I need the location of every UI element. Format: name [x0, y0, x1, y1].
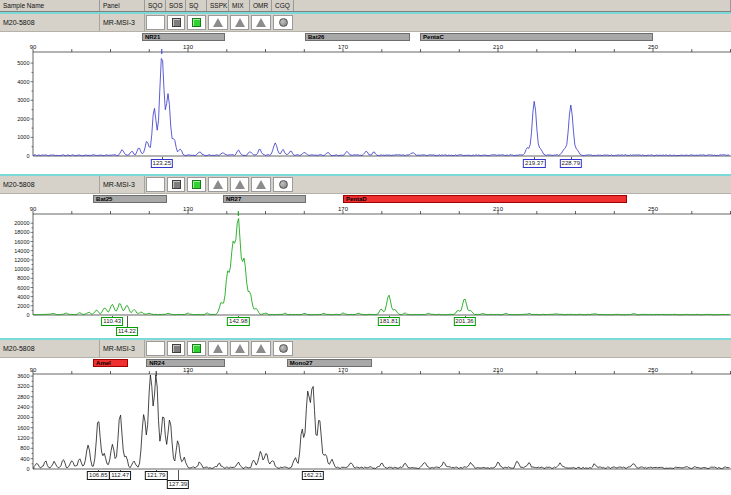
sos-flag-cell[interactable]	[167, 177, 185, 192]
x-tick-label: 250	[648, 44, 659, 50]
y-tick-label: 2000	[17, 116, 29, 122]
omr-flag-cell[interactable]	[251, 15, 271, 30]
sspk-triangle-icon	[213, 180, 223, 189]
sspk-flag-cell[interactable]	[208, 341, 228, 356]
channel-block-blue: M20-5808 MR-MSI-3 9013017021025001000200…	[0, 12, 731, 174]
marker-bar-mono27[interactable]: Mono27	[287, 359, 372, 367]
y-tick-label: 2400	[17, 404, 29, 410]
axis-frame	[33, 211, 731, 315]
y-tick-label: 0	[26, 312, 29, 318]
y-axis-ticks	[31, 63, 34, 147]
peak-size-label[interactable]: 181.81	[378, 317, 400, 326]
peak-size-label[interactable]: 201.36	[453, 317, 475, 326]
marker-bar-nr27[interactable]: NR27	[223, 195, 306, 203]
fragment-analysis-window: Sample Name Panel SQO SOS SQ SSPK MIX OM…	[0, 0, 731, 495]
sample-name-cell[interactable]: M20-5808	[0, 340, 100, 357]
peak-size-label[interactable]: 219.37	[523, 159, 545, 168]
sq-flag-cell[interactable]	[187, 341, 206, 356]
channel-block-black: M20-5808 MR-MSI-3 9013017021025004008001…	[0, 338, 731, 495]
peak-size-label[interactable]: 123.25	[151, 159, 173, 168]
sq-green-square-icon	[192, 180, 201, 189]
y-axis-ticks	[31, 376, 34, 464]
column-header-sample-name[interactable]: Sample Name	[0, 0, 100, 11]
cgq-circle-icon	[279, 18, 288, 27]
peak-size-label[interactable]: 228.79	[560, 159, 582, 168]
trace-canvas: 90130170210250010002000300040005000	[0, 32, 731, 174]
x-tick-label: 210	[493, 206, 504, 212]
electropherogram-blue[interactable]: 90130170210250010002000300040005000NR21B…	[0, 32, 731, 174]
y-tick-label: 0	[26, 466, 29, 472]
y-tick-label: 400	[20, 456, 29, 462]
peak-size-label[interactable]: 110.43	[101, 317, 123, 326]
y-tick-label: 6000	[17, 285, 29, 291]
mix-flag-cell[interactable]	[230, 15, 249, 30]
marker-bar-pentad[interactable]: PentaD	[343, 195, 627, 203]
column-header-sspk[interactable]: SSPK	[207, 0, 229, 11]
x-tick-label: 170	[338, 206, 349, 212]
mix-flag-cell[interactable]	[230, 177, 249, 192]
marker-bar-pentac[interactable]: PentaC	[420, 33, 653, 41]
sample-row[interactable]: M20-5808 MR-MSI-3	[0, 14, 731, 32]
trace-path	[34, 375, 730, 469]
peak-size-label[interactable]: 142.98	[227, 317, 249, 326]
electropherogram-green[interactable]: 9013017021025002000400060008000100001200…	[0, 194, 731, 338]
omr-triangle-icon	[256, 344, 266, 353]
sspk-flag-cell[interactable]	[208, 15, 228, 30]
marker-bar-nr21[interactable]: NR21	[142, 33, 225, 41]
sample-name-cell[interactable]: M20-5808	[0, 176, 100, 193]
column-header-sqo[interactable]: SQO	[145, 0, 166, 11]
omr-flag-cell[interactable]	[251, 341, 271, 356]
sos-flag-cell[interactable]	[167, 15, 185, 30]
sos-flag-cell[interactable]	[167, 341, 185, 356]
cgq-flag-cell[interactable]	[273, 15, 293, 30]
sample-name-cell[interactable]: M20-5808	[0, 14, 100, 31]
marker-bar-nr24[interactable]: NR24	[146, 359, 225, 367]
marker-bar-bat26[interactable]: Bat26	[305, 33, 410, 41]
panel-name-cell[interactable]: MR-MSI-3	[100, 340, 145, 357]
axis-frame	[33, 371, 731, 469]
omr-triangle-icon	[256, 18, 266, 27]
x-tick-label: 250	[648, 367, 659, 373]
column-header-sq[interactable]: SQ	[186, 0, 207, 11]
marker-bar-bat25[interactable]: Bat25	[93, 195, 167, 203]
cgq-flag-cell[interactable]	[273, 341, 293, 356]
column-header-panel[interactable]: Panel	[100, 0, 145, 11]
panel-name-cell[interactable]: MR-MSI-3	[100, 176, 145, 193]
sq-flag-cell[interactable]	[187, 177, 206, 192]
sq-flag-cell[interactable]	[187, 15, 206, 30]
peak-size-label[interactable]: 114.22	[116, 327, 138, 336]
marker-bar-amel[interactable]: Amel	[93, 359, 128, 367]
x-tick-label: 90	[30, 44, 37, 50]
column-header-cgq[interactable]: CGQ	[272, 0, 294, 11]
sqo-flag-cell	[146, 15, 165, 30]
x-tick-label: 90	[30, 206, 37, 212]
peak-size-label[interactable]: 112.47	[109, 471, 131, 480]
peak-size-label[interactable]: 106.85	[87, 471, 109, 480]
column-header-omr[interactable]: OMR	[250, 0, 272, 11]
channel-block-green: M20-5808 MR-MSI-3 9013017021025002000400…	[0, 174, 731, 338]
electropherogram-black[interactable]: 9013017021025004008001200160020002400280…	[0, 358, 731, 495]
panel-name-cell[interactable]: MR-MSI-3	[100, 14, 145, 31]
y-tick-label: 8000	[17, 275, 29, 281]
y-tick-label: 14000	[14, 248, 29, 254]
sos-gray-square-icon	[172, 180, 181, 189]
mix-flag-cell[interactable]	[230, 341, 249, 356]
sq-green-square-icon	[192, 18, 201, 27]
cgq-flag-cell[interactable]	[273, 177, 293, 192]
omr-flag-cell[interactable]	[251, 177, 271, 192]
mix-triangle-icon	[235, 344, 245, 353]
y-tick-label: 18000	[14, 229, 29, 235]
sspk-flag-cell[interactable]	[208, 177, 228, 192]
peak-size-label[interactable]: 127.39	[167, 480, 189, 489]
column-header-mix[interactable]: MIX	[229, 0, 250, 11]
peak-size-label[interactable]: 162.21	[302, 471, 324, 480]
trace-path	[34, 219, 730, 316]
y-tick-label: 800	[20, 445, 29, 451]
column-header-sos[interactable]: SOS	[166, 0, 186, 11]
peak-size-label[interactable]: 121.79	[145, 471, 167, 480]
y-axis-ticks	[31, 223, 34, 310]
sample-row[interactable]: M20-5808 MR-MSI-3	[0, 176, 731, 194]
sample-row[interactable]: M20-5808 MR-MSI-3	[0, 340, 731, 358]
sos-gray-square-icon	[172, 18, 181, 27]
y-tick-label: 1600	[17, 425, 29, 431]
